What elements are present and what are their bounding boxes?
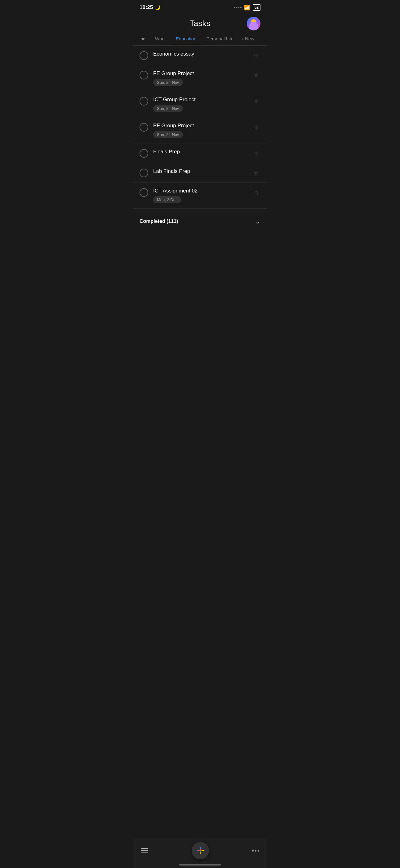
task-content: Economics essay <box>153 51 247 59</box>
tab-new[interactable]: + New <box>238 32 257 45</box>
task-content: PF Group Project Sun, 24 Nov <box>153 122 247 138</box>
task-item: ICT Assignment 02 Mon, 2 Dec ☆ <box>133 183 267 209</box>
tab-personal-life[interactable]: Personal Life <box>201 32 238 45</box>
task-title: ICT Assignment 02 <box>153 187 247 194</box>
tab-new-label: + New <box>241 36 254 41</box>
star-icon: ☆ <box>253 71 259 79</box>
status-time: 10:25 🌙 <box>139 4 161 10</box>
star-icon: ☆ <box>253 124 259 131</box>
task-item: PF Group Project Sun, 24 Nov ☆ <box>133 117 267 144</box>
task-star-button[interactable]: ☆ <box>252 123 261 132</box>
page-title: Tasks <box>190 19 210 28</box>
task-content: Lab Finals Prep <box>153 168 247 177</box>
task-title: Lab Finals Prep <box>153 168 247 175</box>
task-item: Economics essay ☆ <box>133 45 267 65</box>
star-icon: ☆ <box>253 189 259 196</box>
time-display: 10:25 <box>139 4 153 10</box>
task-date-badge: Mon, 2 Dec <box>153 196 181 203</box>
task-item: FE Group Project Sun, 24 Nov ☆ <box>133 65 267 91</box>
battery-icon: 52 <box>253 4 261 11</box>
task-star-button[interactable]: ☆ <box>252 97 261 105</box>
task-content: ICT Assignment 02 Mon, 2 Dec <box>153 187 247 203</box>
task-content: Finals Prep <box>153 148 247 157</box>
completed-section[interactable]: Completed (111) ⌄ <box>133 211 267 231</box>
tab-personal-life-label: Personal Life <box>206 36 233 41</box>
task-list: Economics essay ☆ FE Group Project Sun, … <box>133 45 267 209</box>
task-content: FE Group Project Sun, 24 Nov <box>153 70 247 86</box>
signal-icon <box>234 7 241 8</box>
task-star-button[interactable]: ☆ <box>252 149 261 158</box>
tab-education[interactable]: Education <box>171 32 202 45</box>
task-item: Finals Prep ☆ <box>133 144 267 163</box>
star-icon: ☆ <box>253 150 259 157</box>
task-date-badge: Sun, 24 Nov <box>153 105 183 112</box>
moon-icon: 🌙 <box>155 5 161 10</box>
task-item: Lab Finals Prep ☆ <box>133 163 267 183</box>
task-star-button[interactable]: ☆ <box>252 71 261 80</box>
task-star-button[interactable]: ☆ <box>252 168 261 177</box>
task-checkbox[interactable] <box>139 123 148 132</box>
battery-level: 52 <box>255 5 259 10</box>
status-right-icons: 📶 52 <box>234 4 261 11</box>
avatar[interactable] <box>247 17 261 30</box>
tab-work-label: Work <box>155 36 166 41</box>
task-checkbox[interactable] <box>139 188 148 197</box>
task-star-button[interactable]: ☆ <box>252 51 261 60</box>
star-icon: ☆ <box>253 97 259 105</box>
task-title: PF Group Project <box>153 122 247 129</box>
task-date-badge: Sun, 24 Nov <box>153 131 183 138</box>
tab-education-label: Education <box>176 36 197 41</box>
tab-work[interactable]: Work <box>150 32 171 45</box>
completed-label: Completed (111) <box>139 219 178 224</box>
task-star-button[interactable]: ☆ <box>252 188 261 197</box>
task-title: Finals Prep <box>153 148 247 155</box>
status-bar: 10:25 🌙 📶 52 <box>133 0 267 14</box>
star-icon: ☆ <box>253 52 259 59</box>
task-checkbox[interactable] <box>139 71 148 80</box>
wifi-icon: 📶 <box>244 5 250 10</box>
task-title: FE Group Project <box>153 70 247 77</box>
task-title: ICT Group Project <box>153 96 247 103</box>
chevron-down-icon[interactable]: ⌄ <box>255 218 261 225</box>
task-checkbox[interactable] <box>139 149 148 158</box>
header: Tasks <box>133 14 267 32</box>
star-icon: ☆ <box>253 169 259 177</box>
task-checkbox[interactable] <box>139 168 148 177</box>
tab-starred[interactable]: ★ <box>136 32 150 45</box>
task-date-badge: Sun, 24 Nov <box>153 79 183 86</box>
task-item: ICT Group Project Sun, 24 Nov ☆ <box>133 91 267 117</box>
task-checkbox[interactable] <box>139 97 148 105</box>
task-checkbox[interactable] <box>139 51 148 60</box>
star-tab-icon: ★ <box>141 36 145 41</box>
tabs-container: ★ Work Education Personal Life + New <box>133 32 267 45</box>
task-content: ICT Group Project Sun, 24 Nov <box>153 96 247 112</box>
task-title: Economics essay <box>153 51 247 57</box>
